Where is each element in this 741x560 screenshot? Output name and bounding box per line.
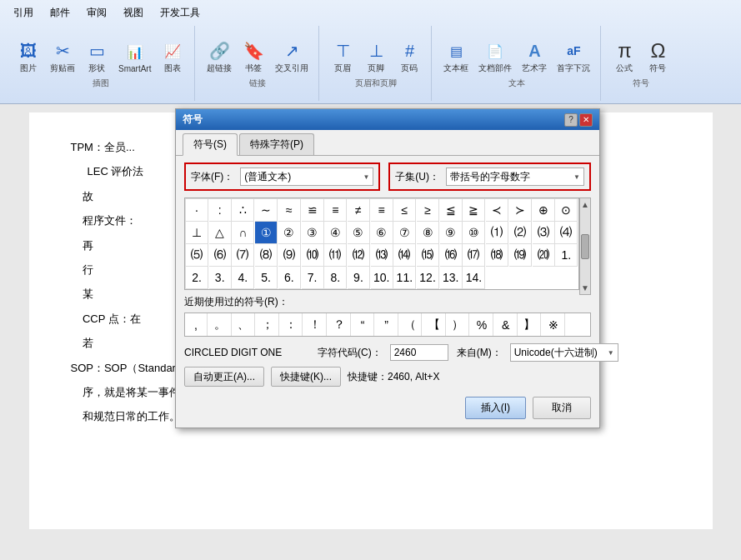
symbol-cell[interactable]: △ — [209, 222, 232, 244]
symbol-cell[interactable]: ≺ — [486, 199, 508, 222]
symbol-cell[interactable]: 9. — [348, 267, 370, 289]
symbol-cell[interactable]: 6. — [278, 267, 301, 289]
symbol-cell[interactable]: ∴ — [232, 199, 254, 222]
symbol-cell[interactable]: 11. — [393, 267, 416, 289]
symbol-cell[interactable]: ⑨ — [440, 222, 463, 244]
symbol-cell[interactable]: ⑽ — [302, 244, 324, 267]
symbol-cell[interactable]: ⒅ — [486, 244, 508, 267]
symbol-cell[interactable]: ≧ — [463, 199, 485, 222]
ribbon-icon-picture[interactable]: 🖼 图片 — [13, 38, 43, 76]
insert-button[interactable]: 插入(I) — [465, 397, 526, 419]
recent-cell[interactable]: 【 — [423, 313, 446, 336]
symbol-cell[interactable]: ⒀ — [371, 244, 393, 267]
cancel-button[interactable]: 取消 — [533, 397, 591, 419]
scroll-down-icon[interactable]: ▼ — [581, 283, 589, 292]
symbol-cell[interactable]: 4. — [232, 267, 254, 289]
recent-cell[interactable]: 】 — [518, 313, 541, 336]
tab-special[interactable]: 特殊字符(P) — [239, 133, 314, 155]
symbol-cell[interactable]: ③ — [302, 222, 324, 244]
dialog-help-button[interactable]: ? — [564, 113, 578, 127]
recent-cell[interactable]: ” — [376, 313, 398, 336]
recent-cell[interactable]: ； — [257, 313, 279, 336]
symbol-cell[interactable]: ≡ — [324, 199, 347, 222]
ribbon-icon-wordart[interactable]: A 艺术字 — [518, 38, 550, 76]
ribbon-icon-symbol[interactable]: Ω 符号 — [643, 38, 673, 76]
recent-cell[interactable]: ） — [447, 313, 469, 336]
symbol-cell[interactable]: ≤ — [393, 199, 416, 222]
recent-cell[interactable]: “ — [352, 313, 374, 336]
ribbon-icon-formula[interactable]: π 公式 — [609, 38, 639, 76]
symbol-cell[interactable]: : — [209, 199, 232, 222]
menu-yinyong[interactable]: 引用 — [10, 5, 37, 21]
symbol-cell[interactable]: 3. — [209, 267, 232, 289]
menu-shitu[interactable]: 视图 — [120, 5, 147, 21]
symbol-cell[interactable]: ⒁ — [393, 244, 416, 267]
symbol-cell[interactable]: ⑿ — [348, 244, 370, 267]
symbol-cell[interactable]: ⒇ — [533, 244, 555, 267]
symbol-cell[interactable]: ⑸ — [186, 244, 208, 267]
ribbon-icon-bookmark[interactable]: 🔖 书签 — [238, 38, 268, 76]
ribbon-icon-clip[interactable]: ✂ 剪贴画 — [47, 38, 78, 76]
ribbon-icon-header[interactable]: ⊤ 页眉 — [328, 38, 358, 76]
recent-cell[interactable]: 、 — [233, 313, 255, 336]
grid-scrollbar[interactable]: ▲ ▼ — [579, 198, 591, 295]
symbol-cell[interactable]: ⒆ — [509, 244, 532, 267]
ribbon-icon-dropcap[interactable]: aF 首字下沉 — [553, 38, 593, 76]
menu-kaifagongju[interactable]: 开发工具 — [157, 5, 203, 21]
recent-cell[interactable]: ！ — [304, 313, 327, 336]
menu-youjian[interactable]: 邮件 — [47, 5, 73, 21]
ribbon-icon-crossref[interactable]: ↗ 交叉引用 — [272, 38, 312, 76]
ribbon-icon-docparts[interactable]: 📄 文档部件 — [475, 38, 515, 76]
symbol-cell[interactable]: ⑶ — [533, 222, 555, 244]
ribbon-icon-smartart[interactable]: 📊 SmartArt — [115, 39, 154, 75]
tab-symbol[interactable]: 符号(S) — [183, 133, 238, 156]
symbol-cell[interactable]: ≦ — [440, 199, 463, 222]
recent-cell[interactable]: , — [185, 313, 208, 336]
subset-select[interactable]: 带括号的字母数字 ▼ — [446, 168, 584, 186]
symbol-cell[interactable]: ⑺ — [232, 244, 254, 267]
symbol-cell[interactable]: ⑦ — [393, 222, 416, 244]
symbol-cell[interactable]: 5. — [255, 267, 278, 289]
symbol-cell[interactable]: ⑹ — [209, 244, 232, 267]
scroll-up-icon[interactable]: ▲ — [581, 200, 589, 209]
ribbon-icon-hyperlink[interactable]: 🔗 超链接 — [203, 38, 235, 76]
symbol-cell[interactable]: ⊙ — [555, 199, 578, 222]
symbol-cell[interactable]: ≠ — [348, 199, 370, 222]
symbol-cell[interactable]: 8. — [324, 267, 347, 289]
recent-cell[interactable]: ？ — [328, 313, 351, 336]
from-select[interactable]: Unicode(十六进制) ▼ — [510, 343, 618, 362]
ribbon-icon-textbox[interactable]: ▤ 文本框 — [440, 38, 472, 76]
symbol-cell[interactable]: ≥ — [417, 199, 439, 222]
symbol-cell[interactable]: ⒃ — [440, 244, 463, 267]
symbol-cell[interactable]: ⑩ — [463, 222, 485, 244]
char-code-input[interactable] — [390, 344, 448, 361]
ribbon-icon-pagenum[interactable]: # 页码 — [394, 38, 424, 76]
symbol-cell[interactable]: ∩ — [232, 222, 254, 244]
auto-correct-button[interactable]: 自动更正(A)... — [184, 367, 264, 387]
symbol-cell[interactable]: 2. — [186, 267, 208, 289]
symbol-cell[interactable]: 12. — [417, 267, 439, 289]
menu-shengyue[interactable]: 审阅 — [83, 5, 110, 21]
symbol-cell[interactable]: ⑵ — [509, 222, 532, 244]
symbol-cell[interactable]: ∼ — [255, 199, 278, 222]
symbol-cell[interactable]: ≻ — [509, 199, 532, 222]
symbol-cell[interactable]: ⒄ — [463, 244, 485, 267]
symbol-cell[interactable]: ⑧ — [417, 222, 439, 244]
symbol-cell[interactable]: ⒂ — [417, 244, 439, 267]
symbol-cell[interactable]: ⑴ — [486, 222, 508, 244]
symbol-cell[interactable]: ≡ — [371, 199, 393, 222]
font-select[interactable]: (普通文本) ▼ — [240, 168, 373, 186]
symbol-cell[interactable]: 13. — [440, 267, 463, 289]
symbol-cell[interactable]: 10. — [371, 267, 393, 289]
symbol-cell[interactable]: ① — [255, 222, 278, 244]
dialog-close-button[interactable]: ✕ — [579, 113, 593, 127]
recent-cell[interactable]: 。 — [209, 313, 232, 336]
ribbon-icon-shape[interactable]: ▭ 形状 — [82, 38, 112, 76]
symbol-cell[interactable]: ⑻ — [255, 244, 278, 267]
recent-cell[interactable]: （ — [399, 313, 422, 336]
symbol-cell[interactable]: ⑼ — [278, 244, 301, 267]
ribbon-icon-chart[interactable]: 📈 图表 — [158, 38, 188, 76]
symbol-cell[interactable]: 1. — [555, 244, 578, 267]
symbol-cell[interactable]: · — [186, 199, 208, 222]
symbol-cell[interactable]: 14. — [463, 267, 485, 289]
